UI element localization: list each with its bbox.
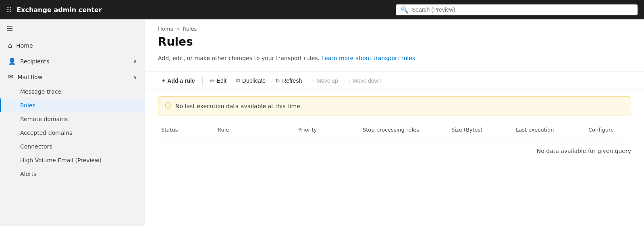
sidebar-item-home-label: Home bbox=[16, 42, 33, 49]
sidebar-item-alerts[interactable]: Alerts bbox=[0, 167, 145, 181]
refresh-icon: ↻ bbox=[275, 77, 280, 84]
search-icon: 🔍 bbox=[401, 6, 409, 14]
recipients-label: Recipients bbox=[20, 58, 49, 65]
content-area: Home > Rules Rules Add, edit, or make ot… bbox=[145, 19, 644, 226]
info-circle-icon: ⓘ bbox=[165, 102, 171, 110]
page-title: Rules bbox=[145, 33, 644, 55]
page-desc-text: Add, edit, or make other changes to your… bbox=[158, 55, 320, 61]
grid-icon[interactable]: ⠿ bbox=[6, 6, 12, 14]
connectors-label: Connectors bbox=[20, 143, 52, 150]
refresh-button[interactable]: ↻ Refresh bbox=[271, 75, 306, 86]
duplicate-icon: ⧉ bbox=[236, 77, 240, 84]
move-down-icon: ↓ bbox=[348, 77, 351, 84]
toolbar-divider-1 bbox=[202, 76, 203, 86]
topbar: ⠿ Exchange admin center 🔍 bbox=[0, 0, 644, 19]
duplicate-label: Duplicate bbox=[242, 77, 266, 84]
search-input[interactable] bbox=[412, 6, 633, 13]
breadcrumb: Home > Rules bbox=[145, 19, 644, 33]
remote-domains-label: Remote domains bbox=[20, 116, 68, 122]
breadcrumb-home[interactable]: Home bbox=[158, 26, 173, 32]
table-header: Status Rule Priority Stop processing rul… bbox=[158, 122, 631, 138]
sidebar-item-remote-domains[interactable]: Remote domains bbox=[0, 112, 145, 126]
move-down-button[interactable]: ↓ Move down bbox=[344, 75, 386, 86]
accepted-domains-label: Accepted domains bbox=[20, 130, 72, 136]
sidebar-item-high-volume-email[interactable]: High Volume Email (Preview) bbox=[0, 153, 145, 167]
info-message: No last execution data available at this… bbox=[175, 103, 300, 109]
col-configure: Configure bbox=[585, 125, 642, 134]
alerts-label: Alerts bbox=[20, 171, 37, 177]
search-container: 🔍 bbox=[396, 4, 638, 15]
sidebar-section-mailflow[interactable]: ✉ Mail flow ∧ bbox=[0, 69, 145, 85]
col-priority: Priority bbox=[295, 125, 359, 134]
add-rule-label: Add a rule bbox=[167, 77, 195, 84]
high-volume-email-label: High Volume Email (Preview) bbox=[20, 157, 102, 163]
edit-label: Edit bbox=[217, 77, 226, 84]
mailflow-chevron: ∧ bbox=[133, 74, 137, 80]
message-trace-label: Message trace bbox=[20, 88, 61, 95]
add-rule-button[interactable]: + Add a rule bbox=[158, 75, 199, 86]
move-up-button[interactable]: ↑ Move up bbox=[307, 75, 342, 86]
rules-label: Rules bbox=[20, 102, 35, 109]
move-up-icon: ↑ bbox=[312, 77, 314, 84]
recipients-chevron: ∨ bbox=[133, 59, 137, 64]
app-title: Exchange admin center bbox=[17, 6, 391, 14]
table-container: Status Rule Priority Stop processing rul… bbox=[145, 122, 644, 138]
sidebar-hamburger[interactable]: ☰ bbox=[0, 19, 145, 38]
mailflow-label: Mail flow bbox=[17, 74, 42, 80]
breadcrumb-current: Rules bbox=[183, 26, 197, 32]
toolbar: + Add a rule ✏ Edit ⧉ Duplicate ↻ Refres… bbox=[145, 71, 644, 90]
home-icon: ⌂ bbox=[8, 42, 12, 49]
recipients-icon: 👤 bbox=[8, 57, 16, 65]
learn-more-link[interactable]: Learn more about transport rules bbox=[321, 55, 415, 61]
sidebar: ☰ ⌂ Home 👤 Recipients ∨ ✉ Mail flow ∧ Me… bbox=[0, 19, 145, 226]
col-rule: Rule bbox=[214, 125, 295, 134]
page-description: Add, edit, or make other changes to your… bbox=[145, 55, 644, 71]
sidebar-item-accepted-domains[interactable]: Accepted domains bbox=[0, 126, 145, 140]
col-status: Status bbox=[158, 125, 214, 134]
mailflow-icon: ✉ bbox=[8, 73, 13, 81]
sidebar-item-message-trace[interactable]: Message trace bbox=[0, 85, 145, 98]
col-last-execution: Last execution bbox=[513, 125, 585, 134]
info-banner: ⓘ No last execution data available at th… bbox=[158, 96, 631, 115]
sidebar-item-home[interactable]: ⌂ Home bbox=[0, 38, 145, 53]
plus-icon: + bbox=[162, 77, 165, 84]
no-data-message: No data available for given query bbox=[145, 138, 644, 164]
sidebar-item-rules[interactable]: Rules bbox=[0, 98, 145, 112]
move-up-label: Move up bbox=[316, 77, 338, 84]
main-layout: ☰ ⌂ Home 👤 Recipients ∨ ✉ Mail flow ∧ Me… bbox=[0, 19, 644, 226]
sidebar-section-recipients[interactable]: 👤 Recipients ∨ bbox=[0, 53, 145, 69]
breadcrumb-separator: > bbox=[176, 26, 180, 32]
edit-icon: ✏ bbox=[210, 77, 215, 84]
col-size: Size (Bytes) bbox=[448, 125, 513, 134]
refresh-label: Refresh bbox=[282, 77, 302, 84]
move-down-label: Move down bbox=[353, 77, 382, 84]
sidebar-item-connectors[interactable]: Connectors bbox=[0, 140, 145, 153]
duplicate-button[interactable]: ⧉ Duplicate bbox=[232, 75, 270, 86]
col-stop-processing: Stop processing rules bbox=[359, 125, 448, 134]
edit-button[interactable]: ✏ Edit bbox=[206, 75, 231, 86]
